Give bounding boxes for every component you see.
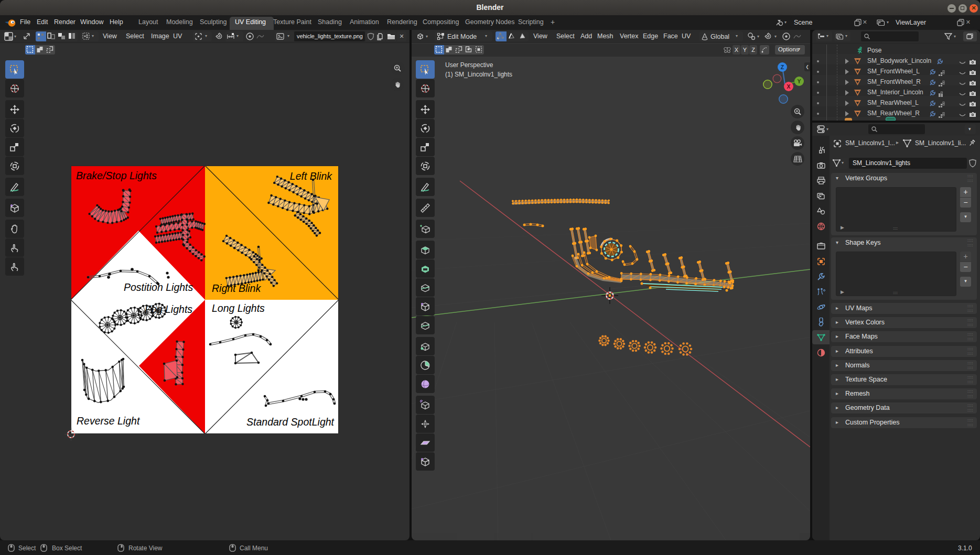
svg-text:Standard SpotLight: Standard SpotLight	[246, 416, 335, 428]
svg-text:Y: Y	[797, 78, 801, 84]
svg-text:Reverse Light: Reverse Light	[77, 415, 141, 427]
svg-text:Brake/Stop Lights: Brake/Stop Lights	[76, 170, 157, 181]
svg-text:Long Lights: Long Lights	[212, 302, 265, 314]
svg-text:Left Blink: Left Blink	[290, 170, 332, 182]
svg-text:Z: Z	[781, 64, 784, 70]
svg-text:X: X	[787, 83, 790, 90]
